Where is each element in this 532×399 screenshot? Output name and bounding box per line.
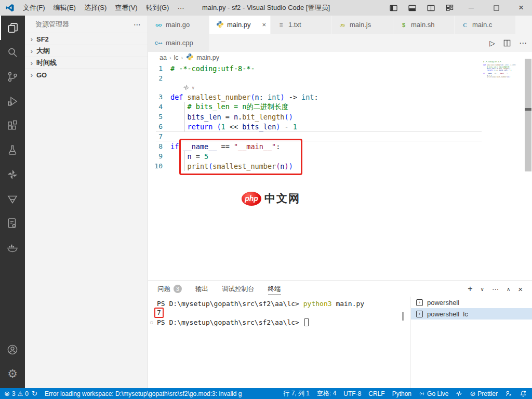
close-panel-icon[interactable]: × xyxy=(518,285,523,294)
breadcrumb-item[interactable]: lc xyxy=(174,54,179,61)
explorer-icon[interactable] xyxy=(0,16,25,40)
vscode-logo-icon xyxy=(5,3,15,12)
python-file-icon xyxy=(185,53,194,63)
cmake-icon[interactable] xyxy=(0,187,25,211)
tabnine-codelens[interactable]: ∨ xyxy=(183,84,194,91)
notifications-bell-icon[interactable] xyxy=(520,390,527,397)
workspace-error-message[interactable]: Error loading workspace: D:\mysetup\gopa… xyxy=(45,390,242,397)
breadcrumb[interactable]: aa›lc›main.py xyxy=(148,52,532,63)
docker-icon[interactable] xyxy=(0,235,25,260)
sidebar-section-sf2[interactable]: ›SF2 xyxy=(25,33,148,45)
tab-bar-row2: C++main.cpp ▷ ⋯ xyxy=(148,34,532,52)
tab-main-cpp[interactable]: C++main.cpp xyxy=(148,34,209,52)
menu-item-0[interactable]: 文件(F) xyxy=(19,2,49,14)
sidebar-section-go[interactable]: ›GO xyxy=(25,69,148,81)
panel-tab-debug-console[interactable]: 调试控制台 xyxy=(222,281,255,297)
code-token: = xyxy=(221,113,234,121)
customize-layout-icon[interactable] xyxy=(442,0,457,16)
sidebar-more-icon[interactable]: ⋯ xyxy=(134,20,141,29)
breadcrumb-item[interactable]: aa xyxy=(159,54,167,61)
code-editor[interactable]: 1# -*-coding:utf-8-*-2∨3def smallest_num… xyxy=(148,63,532,281)
tab-1-txt[interactable]: ≡1.txt xyxy=(271,16,332,34)
editor-scrollbar[interactable] xyxy=(525,59,531,171)
line-number: 4 xyxy=(148,103,170,111)
settings-gear-icon[interactable]: ⚙ xyxy=(0,362,25,386)
panel-tab-terminal[interactable]: 终端 xyxy=(268,281,281,297)
terminal-line: PS D:\mysetup\gopath\src\sf2\aa\lc> pyth… xyxy=(157,299,364,308)
indentation[interactable]: 空格: 4 xyxy=(317,389,336,398)
feedback-icon[interactable] xyxy=(505,390,512,397)
sync-icon[interactable]: ↻ xyxy=(32,390,37,397)
terminal-item-powershell[interactable]: ›powershell xyxy=(411,297,532,308)
editor-group: GOmain.gomain.py×≡1.txtJSmain.js$main.sh… xyxy=(148,16,532,388)
code-token: ) xyxy=(280,93,284,101)
terminal-dropdown-icon[interactable]: ∨ xyxy=(481,286,484,292)
close-window-button[interactable]: × xyxy=(510,0,532,16)
menu-item-2[interactable]: 选择(S) xyxy=(80,2,111,14)
code-token: if xyxy=(170,142,179,151)
encoding[interactable]: UTF-8 xyxy=(343,390,361,397)
search-icon[interactable] xyxy=(0,40,25,64)
sidebar-section-outline[interactable]: ›大纲 xyxy=(25,45,148,57)
code-line: 6 return (1 << bits_len) - 1 xyxy=(148,122,532,131)
maximize-button[interactable] xyxy=(485,0,507,16)
tab-main-go[interactable]: GOmain.go xyxy=(148,16,209,34)
split-editor-icon[interactable] xyxy=(423,0,438,16)
terminal-text: PS D:\mysetup\gopath\src\sf2\aa\lc> xyxy=(157,318,303,326)
toggle-panel-icon[interactable] xyxy=(404,0,420,16)
code-token: << xyxy=(225,123,243,131)
minimap[interactable]: # -*-coding:utf-8-*-def smallest_number(… xyxy=(483,61,525,78)
editor-actions: ▷ ⋯ xyxy=(489,34,527,52)
code-token: ( xyxy=(250,93,255,101)
tabnine-icon[interactable] xyxy=(0,162,25,187)
tab-main-js[interactable]: JSmain.js xyxy=(332,16,393,34)
toggle-sidebar-icon[interactable] xyxy=(385,0,401,16)
editor-more-icon[interactable]: ⋯ xyxy=(519,38,527,48)
menu-item-5[interactable]: ⋯ xyxy=(173,3,188,14)
prettier-status[interactable]: ⊘ Prettier xyxy=(470,390,498,397)
tabnine-status-icon[interactable] xyxy=(456,390,462,397)
activity-bar: ⚙ xyxy=(0,16,25,388)
line-number: 10 xyxy=(148,162,170,170)
sidebar-section-timeline[interactable]: ›时间线 xyxy=(25,57,148,69)
code-runner-icon[interactable] xyxy=(0,211,25,235)
terminal-scrollbar[interactable] xyxy=(402,312,404,321)
panel-tab-problems[interactable]: 问题3 xyxy=(157,281,182,297)
new-terminal-icon[interactable]: + xyxy=(468,284,472,294)
account-icon[interactable] xyxy=(0,337,25,362)
maximize-panel-icon[interactable]: ∧ xyxy=(507,286,510,292)
run-debug-icon[interactable] xyxy=(0,89,25,113)
cpp-file-icon: C++ xyxy=(154,38,163,47)
testing-icon[interactable] xyxy=(0,138,25,162)
panel-tab-output[interactable]: 输出 xyxy=(195,281,208,297)
code-token: : xyxy=(259,93,268,101)
minimize-button[interactable]: ─ xyxy=(460,0,482,16)
breadcrumb-file[interactable]: main.py xyxy=(196,54,219,61)
menu-item-1[interactable]: 编辑(E) xyxy=(49,2,80,14)
split-editor-action-icon[interactable] xyxy=(503,39,511,47)
cursor-position[interactable]: 行 7, 列 1 xyxy=(283,389,310,398)
menu-item-3[interactable]: 查看(V) xyxy=(111,2,141,14)
panel-actions: + ∨ ⋯ ∧ × xyxy=(468,281,523,297)
terminal-item-powershell-lc[interactable]: ›powershell lc xyxy=(411,308,532,320)
go-live-button[interactable]: Go Live xyxy=(419,390,448,397)
code-token: . xyxy=(238,113,242,121)
language-mode[interactable]: Python xyxy=(392,390,411,397)
problems-status[interactable]: ⊗ 3 ⚠ 0 xyxy=(4,390,29,397)
menu-bar: 文件(F)编辑(E)选择(S)查看(V)转到(G)⋯ xyxy=(19,2,188,14)
close-tab-icon[interactable]: × xyxy=(262,21,266,29)
menu-item-4[interactable]: 转到(G) xyxy=(142,2,174,14)
tab-main-c[interactable]: Cmain.c xyxy=(455,16,516,34)
window-title: main.py - sf2 - Visual Studio Code [管理员] xyxy=(202,0,330,16)
source-control-icon[interactable] xyxy=(0,64,25,89)
code-token: : xyxy=(515,64,516,66)
c-file-icon: C xyxy=(461,21,469,29)
eol-sequence[interactable]: CRLF xyxy=(368,390,384,397)
extensions-icon[interactable] xyxy=(0,113,25,138)
panel-more-icon[interactable]: ⋯ xyxy=(492,285,499,293)
tab-main-sh[interactable]: $main.sh xyxy=(393,16,455,34)
terminal-output[interactable]: PS D:\mysetup\gopath\src\sf2\aa\lc> pyth… xyxy=(157,299,364,327)
tab-main-py[interactable]: main.py× xyxy=(209,16,271,34)
run-file-icon[interactable]: ▷ xyxy=(489,39,495,47)
minimap-line: print(smallest_number(n)) xyxy=(483,76,525,78)
